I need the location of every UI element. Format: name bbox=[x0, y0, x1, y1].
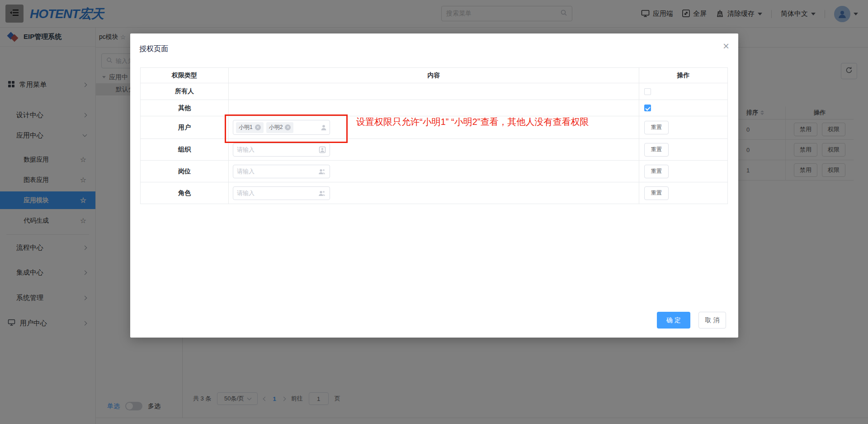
content-header: 内容 bbox=[229, 68, 639, 83]
user-select-input[interactable]: 小明1 × 小明2 × bbox=[233, 120, 330, 135]
user-tag: 小明2 × bbox=[266, 122, 294, 133]
cancel-button[interactable]: 取 消 bbox=[698, 312, 726, 329]
table-row-role: 角色 请输入 重置 bbox=[141, 182, 727, 204]
row-label: 所有人 bbox=[141, 83, 229, 100]
dialog-title: 授权页面 bbox=[139, 44, 168, 54]
row-label: 岗位 bbox=[141, 161, 229, 182]
table-header-row: 权限类型 内容 操作 bbox=[141, 68, 727, 83]
organization-icon bbox=[319, 146, 326, 153]
post-select-input[interactable]: 请输入 bbox=[233, 165, 330, 178]
input-placeholder: 请输入 bbox=[237, 167, 316, 176]
other-checkbox[interactable] bbox=[644, 105, 651, 111]
table-row-post: 岗位 请输入 重置 bbox=[141, 161, 727, 182]
permission-type-header: 权限类型 bbox=[141, 68, 229, 83]
user-icon bbox=[321, 124, 327, 131]
action-header: 操作 bbox=[639, 68, 727, 83]
row-label: 用户 bbox=[141, 116, 229, 138]
user-tag-label: 小明1 bbox=[239, 124, 253, 131]
table-row-other: 其他 bbox=[141, 100, 727, 116]
user-tag: 小明1 × bbox=[236, 122, 264, 133]
reset-post-button[interactable]: 重置 bbox=[644, 165, 669, 178]
users-icon bbox=[318, 190, 326, 196]
users-icon bbox=[318, 168, 326, 175]
user-tag-label: 小明2 bbox=[269, 124, 283, 131]
input-placeholder: 请输入 bbox=[237, 146, 316, 154]
reset-role-button[interactable]: 重置 bbox=[644, 186, 669, 200]
input-placeholder: 请输入 bbox=[237, 189, 316, 197]
reset-organization-button[interactable]: 重置 bbox=[644, 143, 669, 157]
permission-table: 权限类型 内容 操作 所有人 其他 用户 小明1 × bbox=[140, 67, 728, 204]
role-select-input[interactable]: 请输入 bbox=[233, 186, 330, 200]
remove-tag-icon[interactable]: × bbox=[255, 124, 261, 130]
table-row-organization: 组织 请输入 重置 bbox=[141, 139, 727, 161]
row-label: 其他 bbox=[141, 100, 229, 116]
annotation-text: 设置权限只允许“小明1” “小明2”查看，其他人没有查看权限 bbox=[356, 116, 589, 128]
close-icon[interactable]: × bbox=[723, 41, 729, 52]
row-label: 组织 bbox=[141, 139, 229, 160]
remove-tag-icon[interactable]: × bbox=[285, 124, 291, 130]
authorization-dialog: 授权页面 × 权限类型 内容 操作 所有人 其他 用户 小明1 bbox=[130, 33, 738, 338]
table-row-everyone: 所有人 bbox=[141, 83, 727, 100]
everyone-checkbox[interactable] bbox=[644, 88, 651, 95]
organization-select-input[interactable]: 请输入 bbox=[233, 143, 330, 157]
confirm-button[interactable]: 确 定 bbox=[657, 312, 690, 329]
row-label: 角色 bbox=[141, 182, 229, 204]
reset-user-button[interactable]: 重置 bbox=[644, 121, 669, 134]
